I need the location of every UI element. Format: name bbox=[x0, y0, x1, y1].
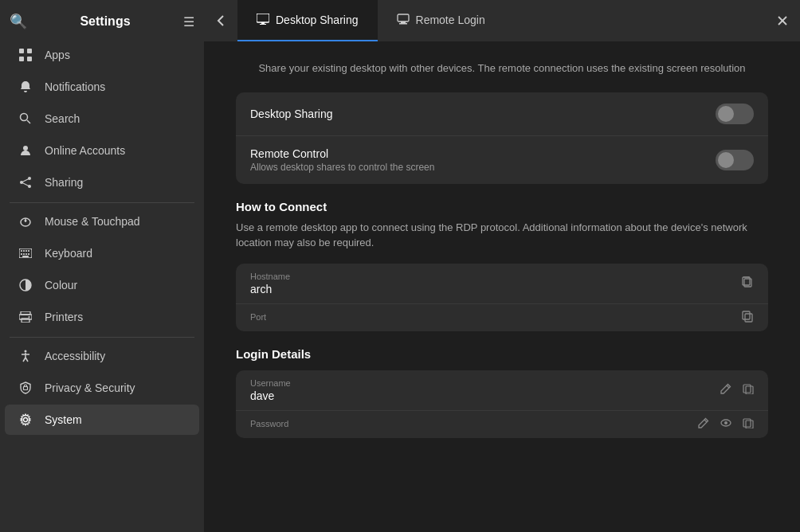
svg-line-34 bbox=[25, 358, 28, 362]
sidebar-item-printers[interactable]: Printers bbox=[5, 302, 199, 332]
sidebar-item-mouse-touchpad[interactable]: Mouse & Touchpad bbox=[5, 206, 199, 237]
sidebar-search-icon[interactable]: 🔍 bbox=[10, 13, 27, 30]
svg-rect-2 bbox=[19, 57, 24, 61]
svg-rect-47 bbox=[743, 311, 750, 319]
svg-rect-22 bbox=[25, 253, 27, 255]
sidebar-item-sharing[interactable]: Sharing bbox=[5, 167, 199, 198]
svg-rect-20 bbox=[21, 253, 22, 255]
svg-rect-3 bbox=[27, 57, 32, 61]
keyboard-icon bbox=[18, 248, 33, 258]
svg-line-11 bbox=[22, 182, 29, 186]
desktop-sharing-text: Desktop Sharing bbox=[250, 108, 706, 120]
remote-control-row: Remote Control Allows desktop shares to … bbox=[236, 135, 768, 184]
svg-line-5 bbox=[27, 120, 30, 123]
port-actions bbox=[738, 307, 757, 329]
sidebar-item-notifications[interactable]: Notifications bbox=[5, 72, 199, 102]
svg-rect-19 bbox=[28, 250, 29, 252]
svg-rect-23 bbox=[28, 253, 29, 255]
svg-rect-35 bbox=[24, 387, 28, 390]
online-accounts-icon bbox=[18, 144, 33, 157]
close-button[interactable] bbox=[765, 0, 800, 41]
sidebar-item-mouse-label: Mouse & Touchpad bbox=[45, 215, 140, 228]
desktop-sharing-label: Desktop Sharing bbox=[250, 108, 706, 120]
sidebar-item-printers-label: Printers bbox=[45, 311, 83, 323]
remote-login-tab-icon bbox=[397, 14, 410, 27]
sidebar-item-colour-label: Colour bbox=[45, 279, 77, 291]
sidebar-item-sharing-label: Sharing bbox=[45, 176, 83, 189]
sidebar-item-keyboard[interactable]: Keyboard bbox=[5, 238, 199, 268]
svg-rect-17 bbox=[23, 250, 25, 252]
desktop-sharing-row: Desktop Sharing bbox=[236, 92, 768, 135]
port-label: Port bbox=[250, 312, 754, 322]
main-panel: Desktop Sharing Remote Login bbox=[204, 0, 800, 532]
svg-rect-39 bbox=[260, 24, 266, 25]
back-button[interactable] bbox=[204, 0, 237, 41]
sidebar-item-accessibility[interactable]: Accessibility bbox=[5, 341, 199, 371]
svg-point-4 bbox=[21, 114, 28, 121]
password-reveal-button[interactable] bbox=[717, 414, 735, 435]
svg-point-14 bbox=[25, 220, 27, 222]
sidebar-item-accessibility-label: Accessibility bbox=[45, 350, 105, 362]
username-field: Username dave bbox=[236, 370, 768, 411]
hostname-copy-button[interactable] bbox=[738, 272, 757, 295]
sidebar-item-apps[interactable]: Apps bbox=[5, 40, 199, 70]
svg-rect-40 bbox=[398, 14, 409, 22]
svg-rect-37 bbox=[257, 14, 269, 22]
hostname-value: arch bbox=[250, 283, 754, 295]
desktop-sharing-toggle[interactable] bbox=[716, 104, 754, 124]
sidebar-header: 🔍 Settings ☰ bbox=[0, 6, 204, 37]
tab-desktop-sharing-label: Desktop Sharing bbox=[276, 14, 359, 26]
remote-control-label: Remote Control bbox=[250, 147, 706, 160]
svg-rect-48 bbox=[745, 314, 752, 322]
sidebar-item-search[interactable]: Search bbox=[5, 104, 199, 134]
password-edit-button[interactable] bbox=[695, 414, 712, 435]
login-details-card: Username dave bbox=[236, 370, 768, 438]
port-field: Port bbox=[236, 304, 768, 331]
remote-control-sublabel: Allows desktop shares to control the scr… bbox=[250, 162, 706, 173]
svg-rect-41 bbox=[401, 22, 406, 23]
tab-desktop-sharing[interactable]: Desktop Sharing bbox=[237, 0, 378, 41]
hostname-field: Hostname arch bbox=[236, 264, 768, 304]
sidebar-item-apps-label: Apps bbox=[45, 49, 70, 61]
tab-remote-login-label: Remote Login bbox=[416, 14, 485, 26]
sidebar-item-keyboard-label: Keyboard bbox=[45, 247, 92, 260]
notifications-icon bbox=[18, 80, 33, 93]
sidebar-item-privacy-security[interactable]: Privacy & Security bbox=[5, 373, 199, 403]
remote-control-text: Remote Control Allows desktop shares to … bbox=[250, 147, 706, 173]
remote-control-toggle[interactable] bbox=[716, 150, 754, 170]
sidebar-item-notifications-label: Notifications bbox=[45, 80, 105, 93]
username-edit-button[interactable] bbox=[717, 380, 735, 401]
username-value: dave bbox=[250, 389, 754, 402]
tab-remote-login[interactable]: Remote Login bbox=[378, 0, 504, 41]
sharing-icon bbox=[18, 176, 33, 189]
password-copy-button[interactable] bbox=[739, 414, 757, 435]
svg-rect-0 bbox=[19, 49, 24, 53]
sidebar-item-privacy-security-label: Privacy & Security bbox=[45, 381, 135, 394]
svg-rect-24 bbox=[22, 256, 29, 257]
colour-icon bbox=[18, 279, 33, 291]
sidebar-item-colour[interactable]: Colour bbox=[5, 270, 199, 300]
hostname-actions bbox=[738, 272, 757, 295]
sidebar-menu-icon[interactable]: ☰ bbox=[183, 14, 194, 29]
sidebar-item-online-accounts-label: Online Accounts bbox=[45, 144, 125, 157]
svg-rect-21 bbox=[23, 253, 25, 255]
sidebar-item-online-accounts[interactable]: Online Accounts bbox=[5, 135, 199, 166]
privacy-security-icon bbox=[18, 381, 33, 394]
svg-point-6 bbox=[23, 146, 28, 151]
svg-point-54 bbox=[724, 421, 727, 424]
printers-icon bbox=[18, 311, 33, 323]
svg-line-10 bbox=[22, 178, 29, 182]
mouse-icon bbox=[18, 215, 33, 228]
username-label: Username bbox=[250, 378, 754, 388]
how-to-connect-section: How to Connect Use a remote desktop app … bbox=[236, 200, 768, 251]
sidebar-item-system[interactable]: System bbox=[5, 405, 199, 435]
page-subtitle: Share your existing desktop with other d… bbox=[236, 61, 768, 76]
username-copy-button[interactable] bbox=[739, 380, 757, 401]
sidebar-divider-1 bbox=[10, 202, 194, 203]
sidebar-title: Settings bbox=[27, 14, 183, 29]
search-icon bbox=[18, 112, 33, 125]
how-to-connect-heading: How to Connect bbox=[236, 200, 768, 213]
content-area: Share your existing desktop with other d… bbox=[204, 41, 800, 532]
port-copy-button[interactable] bbox=[738, 307, 757, 329]
sidebar-item-system-label: System bbox=[45, 413, 82, 426]
